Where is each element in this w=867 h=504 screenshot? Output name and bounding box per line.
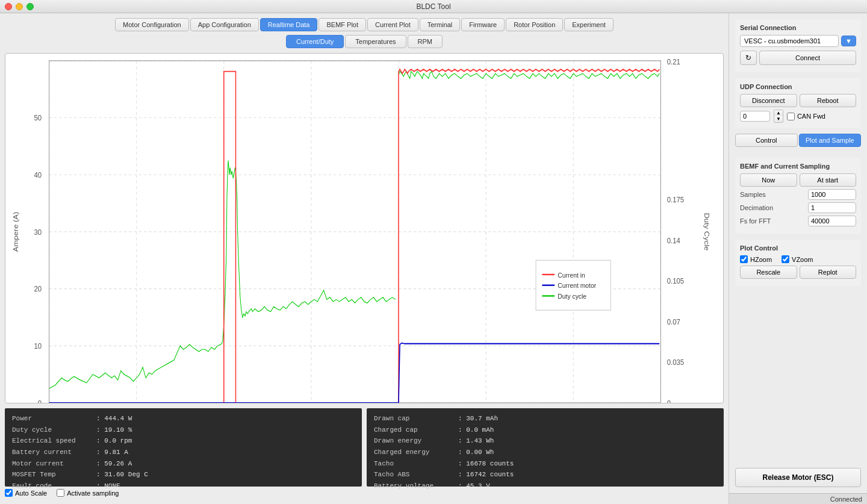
zoom-row: HZoom VZoom: [740, 255, 856, 263]
can-spinner: ▲ ▼: [774, 110, 783, 123]
tab-rotor-position[interactable]: Rotor Position: [506, 18, 563, 31]
refresh-button[interactable]: ↻: [740, 51, 757, 65]
samples-input[interactable]: [808, 189, 856, 200]
vzoom-label[interactable]: VZoom: [782, 255, 813, 263]
tab-experiment[interactable]: Experiment: [564, 18, 614, 31]
can-spin-down[interactable]: ▼: [774, 116, 783, 122]
can-fwd-checkbox[interactable]: [787, 113, 795, 120]
control-tabs: Control Plot and Sample: [735, 134, 861, 147]
status-panel-right: Drawn cap : 30.7 mAh Charged cap : 0.0 m…: [367, 408, 724, 487]
fs-fft-input[interactable]: [808, 216, 856, 226]
hzoom-label[interactable]: HZoom: [740, 255, 772, 263]
stat-charged-energy: Charged energy : 0.00 Wh: [374, 447, 716, 458]
close-button[interactable]: [5, 3, 12, 10]
svg-text:20: 20: [34, 285, 42, 294]
disconnect-reboot-row: Disconnect Reboot: [740, 94, 856, 107]
activate-sampling-label[interactable]: Activate sampling: [57, 489, 119, 497]
svg-text:0.175: 0.175: [667, 196, 685, 205]
connect-row: ↻ Connect: [740, 51, 856, 65]
plot-control-title: Plot Control: [740, 244, 856, 252]
decimation-row: Decimation: [740, 202, 856, 213]
connect-button[interactable]: Connect: [759, 51, 856, 65]
svg-text:0.105: 0.105: [667, 277, 685, 286]
decimation-input[interactable]: [808, 202, 856, 213]
sidebar: Serial Connection VESC - cu.usbmodem301 …: [729, 13, 867, 504]
at-start-button[interactable]: At start: [800, 173, 857, 187]
dropdown-arrow-btn[interactable]: ▼: [841, 36, 856, 46]
port-dropdown[interactable]: VESC - cu.usbmodem301: [740, 35, 839, 47]
status-bar: Connected: [729, 493, 867, 504]
activate-sampling-checkbox[interactable]: [57, 489, 64, 497]
bottom-bar: Auto Scale Activate sampling: [5, 487, 724, 499]
now-button[interactable]: Now: [740, 173, 797, 187]
stat-electrical-speed: Electrical speed : 0.0 rpm: [12, 435, 355, 447]
stat-motor-current: Motor current : 59.26 A: [12, 458, 355, 470]
decimation-label: Decimation: [740, 204, 773, 211]
svg-text:0.035: 0.035: [667, 358, 685, 367]
serial-connection-section: Serial Connection VESC - cu.usbmodem301 …: [735, 19, 861, 72]
stat-charged-cap: Charged cap : 0.0 mAh: [374, 425, 716, 436]
autoscale-checkbox[interactable]: [5, 489, 13, 497]
samples-label: Samples: [740, 191, 766, 198]
svg-text:0.14: 0.14: [667, 236, 680, 245]
tab-bemf-plot[interactable]: BEMF Plot: [319, 18, 366, 31]
ctrl-tab-plot-sample[interactable]: Plot and Sample: [799, 134, 862, 147]
subtab-rpm[interactable]: RPM: [408, 35, 443, 48]
window-title: BLDC Tool: [416, 2, 450, 11]
status-text: Connected: [830, 496, 862, 503]
vzoom-checkbox[interactable]: [782, 255, 789, 263]
fs-fft-label: Fs for FFT: [740, 217, 771, 225]
svg-text:0: 0: [667, 399, 671, 403]
status-panel-left: Power : 444.4 W Duty cycle : 19.10 % Ele…: [5, 408, 362, 487]
stat-drawn-cap: Drawn cap : 30.7 mAh: [374, 413, 716, 425]
stat-duty-cycle: Duty cycle : 19.10 %: [12, 425, 355, 436]
bemf-sampling-title: BEMF and Current Sampling: [740, 163, 856, 170]
tab-app-config[interactable]: App Configuration: [190, 18, 259, 31]
udp-connection-section: UDP Connection Disconnect Reboot ▲ ▼ CAN…: [735, 78, 861, 128]
serial-connection-title: Serial Connection: [740, 24, 856, 31]
can-id-input[interactable]: [740, 111, 770, 122]
replot-button[interactable]: Replot: [800, 266, 857, 279]
can-spin-up[interactable]: ▲: [774, 110, 783, 116]
svg-text:30: 30: [34, 228, 42, 237]
svg-text:Current in: Current in: [558, 271, 585, 279]
svg-text:50: 50: [34, 114, 42, 123]
release-motor-button[interactable]: Release Motor (ESC): [735, 468, 861, 487]
now-atstart-row: Now At start: [740, 173, 856, 187]
can-fwd-row: ▲ ▼ CAN Fwd: [740, 110, 856, 123]
rescale-button[interactable]: Rescale: [740, 266, 797, 279]
tab-firmware[interactable]: Firmware: [461, 18, 505, 31]
svg-text:Current motor: Current motor: [558, 282, 596, 290]
chart-container: 0 10 20 30 40 50 Ampere (A) 0 8 16 24 32…: [5, 53, 724, 403]
main-tabs: Motor Configuration App Configuration Re…: [5, 18, 724, 31]
hzoom-checkbox[interactable]: [740, 255, 748, 263]
tab-motor-config[interactable]: Motor Configuration: [115, 18, 189, 31]
subtab-temperatures[interactable]: Temperatures: [345, 35, 406, 48]
disconnect-button[interactable]: Disconnect: [740, 94, 797, 107]
minimize-button[interactable]: [16, 3, 23, 10]
stat-drawn-energy: Drawn energy : 1.43 Wh: [374, 435, 716, 447]
svg-text:Duty cycle: Duty cycle: [558, 293, 586, 300]
reboot-button[interactable]: Reboot: [800, 94, 857, 107]
ctrl-tab-control[interactable]: Control: [735, 134, 798, 147]
status-panels: Power : 444.4 W Duty cycle : 19.10 % Ele…: [5, 408, 724, 487]
svg-text:0: 0: [38, 399, 42, 403]
chart-svg: 0 10 20 30 40 50 Ampere (A) 0 8 16 24 32…: [5, 54, 723, 403]
sub-tabs: Current/Duty Temperatures RPM: [5, 35, 724, 48]
stat-power: Power : 444.4 W: [12, 413, 355, 425]
tab-current-plot[interactable]: Current Plot: [367, 18, 418, 31]
stat-mosfet-temp: MOSFET Temp : 31.60 Deg C: [12, 469, 355, 481]
autoscale-label[interactable]: Auto Scale: [5, 489, 47, 497]
can-fwd-label[interactable]: CAN Fwd: [787, 113, 825, 120]
samples-row: Samples: [740, 189, 856, 200]
udp-connection-title: UDP Connection: [740, 83, 856, 90]
subtab-current-duty[interactable]: Current/Duty: [286, 35, 344, 48]
tab-realtime-data[interactable]: Realtime Data: [260, 18, 318, 31]
svg-text:0.07: 0.07: [667, 317, 680, 326]
maximize-button[interactable]: [26, 3, 34, 10]
tab-terminal[interactable]: Terminal: [420, 18, 461, 31]
titlebar: BLDC Tool: [0, 0, 867, 13]
main-layout: Motor Configuration App Configuration Re…: [0, 13, 867, 504]
bemf-section: BEMF and Current Sampling Now At start S…: [735, 158, 861, 234]
rescale-replot-row: Rescale Replot: [740, 266, 856, 279]
